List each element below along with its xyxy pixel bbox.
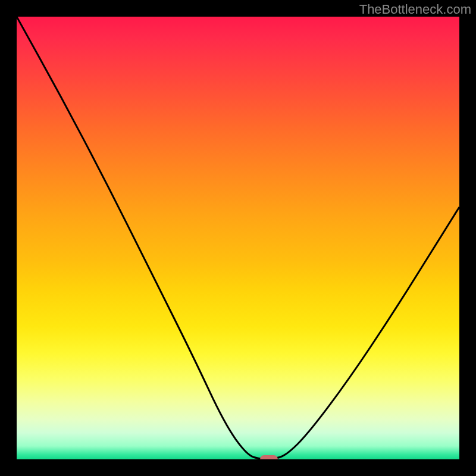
optimal-marker [260, 455, 278, 459]
plot-area [17, 17, 459, 459]
bottleneck-curve [17, 17, 459, 459]
chart-container: TheBottleneck.com [0, 0, 476, 476]
attribution-text: TheBottleneck.com [359, 2, 471, 17]
